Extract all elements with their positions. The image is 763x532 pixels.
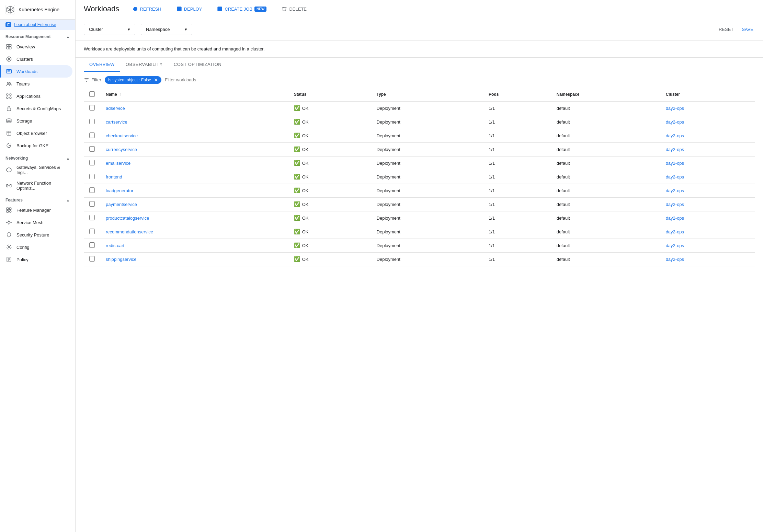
tab-cost-optimization[interactable]: COST OPTIMIZATION: [168, 58, 227, 72]
row-checkbox-11[interactable]: [89, 256, 95, 262]
workload-link-4[interactable]: emailservice: [106, 161, 130, 166]
cluster-link-6[interactable]: day2-ops: [666, 188, 684, 193]
row-checkbox-cell-4[interactable]: [84, 156, 100, 170]
cluster-link-1[interactable]: day2-ops: [666, 119, 684, 125]
reset-button[interactable]: RESET: [717, 25, 735, 34]
sidebar-item-applications[interactable]: Applications: [0, 90, 72, 102]
namespace-dropdown[interactable]: Namespace ▾: [141, 24, 192, 35]
filter-workloads-input[interactable]: [165, 77, 223, 82]
tab-overview[interactable]: OVERVIEW: [84, 58, 120, 72]
row-checkbox-6[interactable]: [89, 187, 95, 193]
workload-link-7[interactable]: paymentservice: [106, 202, 137, 207]
cluster-dropdown[interactable]: Cluster ▾: [84, 24, 135, 35]
filter-icon-button[interactable]: Filter: [84, 77, 101, 83]
workload-link-0[interactable]: adservice: [106, 106, 125, 111]
cluster-dropdown-label: Cluster: [89, 27, 103, 32]
row-pods-4: 1/1: [483, 156, 551, 170]
sidebar-item-storage[interactable]: Storage: [0, 115, 72, 127]
tab-observability[interactable]: OBSERVABILITY: [120, 58, 168, 72]
table-row: frontend ✅ OK Deployment 1/1 default day…: [84, 170, 755, 184]
cluster-link-9[interactable]: day2-ops: [666, 229, 684, 234]
row-checkbox-10[interactable]: [89, 242, 95, 248]
workload-link-10[interactable]: redis-cart: [106, 243, 124, 248]
row-checkbox-cell-8[interactable]: [84, 211, 100, 225]
row-checkbox-cell-7[interactable]: [84, 197, 100, 211]
app-title: Kubernetes Engine: [19, 7, 59, 12]
row-checkbox-5[interactable]: [89, 174, 95, 179]
name-sort[interactable]: Name ↑: [106, 92, 283, 97]
row-checkbox-9[interactable]: [89, 229, 95, 234]
filter-chip-close-icon[interactable]: ✕: [154, 78, 158, 82]
workload-link-3[interactable]: currencyservice: [106, 147, 137, 152]
sidebar-item-teams[interactable]: Teams: [0, 78, 72, 90]
status-ok-7: ✅ OK: [294, 201, 366, 207]
sidebar-item-clusters[interactable]: Clusters: [0, 53, 72, 65]
sidebar-item-feature-manager[interactable]: Feature Manager: [0, 204, 72, 216]
sidebar-item-secrets[interactable]: Secrets & ConfigMaps: [0, 102, 72, 115]
sidebar-item-gateways[interactable]: Gateways, Services & Ingr...: [0, 162, 72, 178]
name-column-header[interactable]: Name ↑: [100, 88, 288, 102]
sidebar-item-policy[interactable]: Policy: [0, 253, 72, 266]
row-checkbox-0[interactable]: [89, 105, 95, 111]
row-checkbox-3[interactable]: [89, 146, 95, 152]
cluster-link-3[interactable]: day2-ops: [666, 147, 684, 152]
cluster-link-8[interactable]: day2-ops: [666, 216, 684, 221]
row-checkbox-cell-3[interactable]: [84, 142, 100, 156]
workload-link-6[interactable]: loadgenerator: [106, 188, 133, 193]
sidebar-item-network-function[interactable]: Network Function Optimiz...: [0, 178, 72, 194]
svg-rect-11: [9, 47, 11, 49]
cluster-link-7[interactable]: day2-ops: [666, 202, 684, 207]
section-resource-management[interactable]: Resource Management ▲: [0, 30, 75, 41]
row-checkbox-cell-5[interactable]: [84, 170, 100, 184]
enterprise-label[interactable]: Learn about Enterprise: [14, 22, 56, 27]
filter-chip[interactable]: Is system object : False ✕: [105, 76, 161, 84]
workload-link-8[interactable]: productcatalogservice: [106, 216, 149, 221]
sidebar-item-security-posture[interactable]: Security Posture: [0, 229, 72, 241]
row-checkbox-cell-2[interactable]: [84, 129, 100, 142]
workload-link-11[interactable]: shippingservice: [106, 257, 137, 262]
workload-link-9[interactable]: recommendationservice: [106, 229, 153, 234]
status-text-0: OK: [302, 106, 309, 111]
cluster-link-4[interactable]: day2-ops: [666, 161, 684, 166]
enterprise-banner[interactable]: E Learn about Enterprise: [0, 20, 75, 30]
row-checkbox-7[interactable]: [89, 201, 95, 207]
cluster-link-11[interactable]: day2-ops: [666, 257, 684, 262]
sidebar-item-workloads[interactable]: Workloads: [0, 65, 72, 78]
section-features[interactable]: Features ▲: [0, 194, 75, 204]
row-checkbox-cell-11[interactable]: [84, 252, 100, 266]
sidebar-item-config[interactable]: Config: [0, 241, 72, 253]
workload-link-1[interactable]: cartservice: [106, 119, 127, 125]
sidebar-item-service-mesh[interactable]: Service Mesh: [0, 216, 72, 229]
select-all-header[interactable]: [84, 88, 100, 102]
row-checkbox-8[interactable]: [89, 215, 95, 220]
sidebar-item-object-browser[interactable]: Object Browser: [0, 127, 72, 139]
row-checkbox-cell-1[interactable]: [84, 115, 100, 129]
cluster-link-2[interactable]: day2-ops: [666, 133, 684, 138]
row-status-4: ✅ OK: [288, 156, 371, 170]
cluster-link-10[interactable]: day2-ops: [666, 243, 684, 248]
cluster-link-5[interactable]: day2-ops: [666, 174, 684, 180]
row-checkbox-cell-9[interactable]: [84, 225, 100, 239]
workload-link-5[interactable]: frontend: [106, 174, 122, 180]
select-all-checkbox[interactable]: [89, 91, 95, 97]
refresh-button[interactable]: REFRESH: [128, 4, 166, 14]
row-checkbox-2[interactable]: [89, 132, 95, 138]
save-button[interactable]: SAVE: [740, 25, 755, 34]
cluster-link-0[interactable]: day2-ops: [666, 106, 684, 111]
deploy-button[interactable]: DEPLOY: [172, 4, 207, 14]
status-ok-icon-0: ✅: [294, 105, 300, 111]
row-checkbox-cell-0[interactable]: [84, 101, 100, 115]
row-checkbox-cell-6[interactable]: [84, 184, 100, 197]
sidebar-item-backup[interactable]: Backup for GKE: [0, 139, 72, 152]
row-checkbox-cell-10[interactable]: [84, 239, 100, 252]
status-ok-icon-1: ✅: [294, 119, 300, 125]
section-networking[interactable]: Networking ▲: [0, 152, 75, 162]
sidebar-item-overview[interactable]: Overview: [0, 41, 72, 53]
row-checkbox-4[interactable]: [89, 160, 95, 165]
row-pods-5: 1/1: [483, 170, 551, 184]
delete-button[interactable]: DELETE: [277, 4, 311, 14]
row-checkbox-1[interactable]: [89, 119, 95, 124]
workloads-table: Name ↑ Status Type Pods Namespace Cluste…: [84, 88, 755, 266]
workload-link-2[interactable]: checkoutservice: [106, 133, 138, 138]
create-job-button[interactable]: CREATE JOB NEW: [212, 4, 271, 14]
